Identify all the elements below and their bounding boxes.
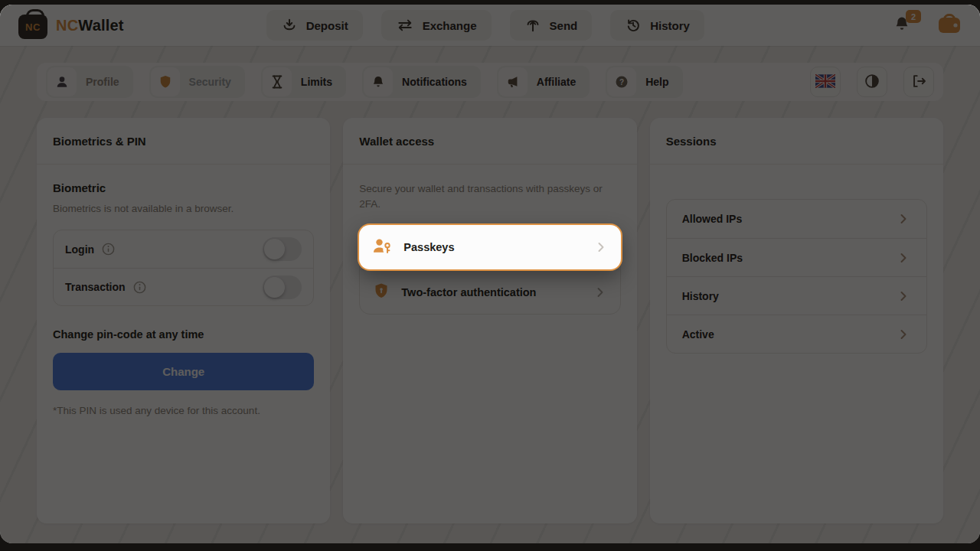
passkeys-person-key-icon [371, 236, 393, 258]
passkeys-label: Passkeys [403, 241, 454, 253]
tour-dim-overlay[interactable] [0, 5, 980, 543]
chevron-right-icon [593, 240, 609, 255]
nc-wallet-app: NC NCWallet Deposit Exchange [0, 5, 980, 543]
passkeys-item[interactable]: Passkeys [359, 225, 620, 269]
